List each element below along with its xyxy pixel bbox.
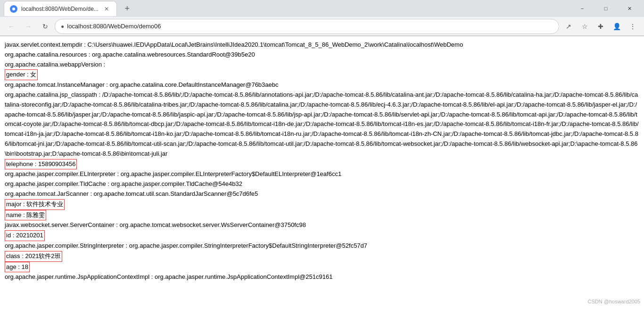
content-line: org.apache.catalina.resources : org.apac… bbox=[5, 50, 639, 60]
content-line: org.apache.tomcat.JarScanner : org.apach… bbox=[5, 189, 639, 199]
content-line: gender : 女 bbox=[5, 69, 639, 80]
toolbar: ← → ↻ ● ↗ ☆ ✚ 👤 ⋮ bbox=[0, 17, 644, 36]
content-line: name : 陈雅雯 bbox=[5, 210, 639, 221]
highlighted-age: age : 18 bbox=[5, 262, 30, 273]
minimize-button[interactable]: − bbox=[571, 2, 593, 15]
extension-button[interactable]: ✚ bbox=[593, 19, 608, 34]
content-line: org.apache.jasper.compiler.StringInterpr… bbox=[5, 241, 639, 251]
active-tab[interactable]: localhost:8080/WebDemo/de... ✕ bbox=[4, 1, 117, 16]
profile-button[interactable]: 👤 bbox=[609, 19, 624, 34]
content-line: org.apache.catalina.webappVersion : bbox=[5, 60, 639, 70]
lock-icon: ● bbox=[61, 23, 64, 30]
share-button[interactable]: ↗ bbox=[561, 19, 576, 34]
content-line: javax.servlet.context.tempdir : C:\Users… bbox=[5, 40, 639, 50]
content-line: org.apache.jasper.compiler.ELInterpreter… bbox=[5, 169, 639, 179]
browser-chrome: localhost:8080/WebDemo/de... ✕ + − □ ✕ ←… bbox=[0, 0, 644, 36]
content-line: class : 2021软件2班 bbox=[5, 251, 639, 262]
svg-point-1 bbox=[12, 8, 15, 10]
watermark: CSDN @hosward2005 bbox=[588, 298, 640, 306]
content-line: org.apache.jasper.compiler.TldCache : or… bbox=[5, 179, 639, 189]
content-line: age : 18 bbox=[5, 262, 639, 273]
toolbar-right: ↗ ☆ ✚ 👤 ⋮ bbox=[561, 19, 640, 34]
content-line: org.apache.jasper.runtime.JspApplication… bbox=[5, 272, 639, 282]
tab-favicon bbox=[10, 5, 17, 13]
address-input[interactable] bbox=[67, 23, 553, 30]
highlighted-class: class : 2021软件2班 bbox=[5, 251, 62, 262]
tab-title: localhost:8080/WebDemo/de... bbox=[21, 6, 99, 12]
content-line: org.apache.catalina.jsp_classpath : /D:/… bbox=[5, 90, 639, 159]
title-bar: localhost:8080/WebDemo/de... ✕ + − □ ✕ bbox=[0, 0, 644, 17]
content-line: major : 软件技术专业 bbox=[5, 199, 639, 210]
highlighted-telephone: telephone : 15890903456 bbox=[5, 159, 77, 170]
forward-button[interactable]: → bbox=[21, 19, 36, 34]
close-button[interactable]: ✕ bbox=[619, 2, 640, 15]
content-line: id : 20210201 bbox=[5, 230, 639, 241]
highlighted-name: name : 陈雅雯 bbox=[5, 210, 46, 221]
content-line: telephone : 15890903456 bbox=[5, 159, 639, 170]
address-bar-container[interactable]: ● bbox=[55, 19, 559, 34]
page-content: javax.servlet.context.tempdir : C:\Users… bbox=[0, 36, 644, 310]
content-line: javax.websocket.server.ServerContainer :… bbox=[5, 220, 639, 230]
highlighted-id: id : 20210201 bbox=[5, 230, 45, 241]
highlighted-gender: gender : 女 bbox=[5, 69, 38, 80]
browser-menu-button[interactable]: ⋮ bbox=[625, 19, 640, 34]
new-tab-button[interactable]: + bbox=[121, 2, 134, 15]
refresh-button[interactable]: ↻ bbox=[38, 19, 53, 34]
highlighted-major: major : 软件技术专业 bbox=[5, 199, 65, 210]
bookmark-button[interactable]: ☆ bbox=[577, 19, 592, 34]
restore-button[interactable]: □ bbox=[595, 2, 617, 15]
tab-close-button[interactable]: ✕ bbox=[102, 5, 111, 13]
back-button[interactable]: ← bbox=[4, 19, 19, 34]
content-line: org.apache.tomcat.InstanceManager : org.… bbox=[5, 80, 639, 90]
window-controls: − □ ✕ bbox=[571, 2, 640, 15]
